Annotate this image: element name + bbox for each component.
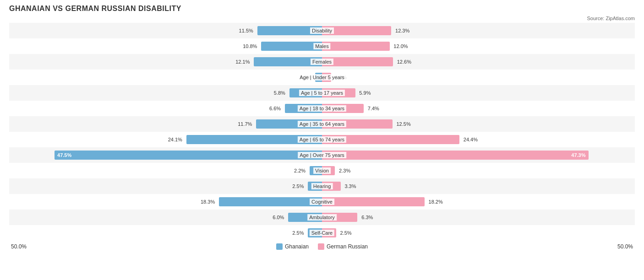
- legend-box-ghanaian: [276, 243, 283, 250]
- bar-right-value: 12.6%: [397, 59, 411, 65]
- footer-right-axis: 50.0%: [617, 243, 633, 250]
- chart-row: 11.7%12.5%Age | 35 to 64 years: [9, 116, 635, 132]
- bar-center-label: Self-Care: [310, 230, 334, 236]
- legend-label-ghanaian: Ghanaian: [285, 243, 309, 250]
- bar-center-label: Age | 65 to 74 years: [298, 136, 346, 143]
- legend-item-ghanaian: Ghanaian: [276, 243, 309, 250]
- bar-right: 47.3%: [322, 151, 589, 160]
- bar-right: [322, 42, 390, 51]
- bar-left-value: 10.8%: [243, 43, 257, 49]
- bar-center-label: Age | 35 to 64 years: [298, 121, 346, 127]
- bar-area: 6.0%6.3%Ambulatory: [9, 210, 635, 225]
- bar-area: 47.5%47.3%Age | Over 75 years: [9, 147, 635, 163]
- chart-row: 1.2%1.6%Age | Under 5 years: [9, 70, 635, 85]
- chart-row: 2.5%2.5%Self-Care: [9, 225, 635, 241]
- bar-center-label: Age | 18 to 34 years: [298, 105, 346, 112]
- bar-left-value: 2.5%: [292, 183, 304, 189]
- bar-left-value: 12.1%: [235, 59, 250, 65]
- chart-row: 18.3%18.2%Cognitive: [9, 194, 635, 210]
- bar-area: 10.8%12.0%Males: [9, 38, 635, 54]
- bar-area: 2.2%2.3%Vision: [9, 163, 635, 178]
- bar-right-value: 5.9%: [359, 90, 371, 96]
- bar-right-value: 6.3%: [361, 215, 373, 220]
- chart-row: 47.5%47.3%Age | Over 75 years: [9, 147, 635, 163]
- chart-row: 5.8%5.9%Age | 5 to 17 years: [9, 85, 635, 101]
- chart-row: 10.8%12.0%Males: [9, 38, 635, 54]
- bar-area: 24.1%24.4%Age | 65 to 74 years: [9, 132, 635, 147]
- bar-center-label: Age | Under 5 years: [298, 74, 346, 81]
- bar-left-value: 11.7%: [238, 121, 252, 127]
- legend-label-german-russian: German Russian: [327, 243, 368, 250]
- bar-left-value: 6.0%: [273, 215, 284, 220]
- bar-left-value: 18.3%: [201, 199, 215, 205]
- bar-right-value: 12.0%: [393, 43, 408, 49]
- bar-center-label: Hearing: [311, 183, 333, 189]
- footer-left-axis: 50.0%: [11, 243, 27, 250]
- bar-right-value: 2.3%: [339, 168, 350, 173]
- legend-box-german-russian: [318, 243, 324, 250]
- bar-right-value: 12.3%: [395, 28, 409, 33]
- bar-left-value: 24.1%: [168, 137, 182, 142]
- bar-center-label: Males: [313, 43, 330, 49]
- bar-left-value: 2.2%: [294, 168, 306, 173]
- bar-right-value: 24.4%: [464, 137, 478, 142]
- bar-area: 18.3%18.2%Cognitive: [9, 194, 635, 210]
- bar-left-value: 2.5%: [292, 230, 304, 236]
- bar-right-value: 12.5%: [397, 121, 411, 127]
- bar-center-label: Females: [311, 59, 333, 65]
- chart-container: 11.5%12.3%Disability10.8%12.0%Males12.1%…: [9, 23, 635, 241]
- bar-right-value: 47.3%: [571, 152, 585, 158]
- legend-item-german-russian: German Russian: [318, 243, 368, 250]
- bar-left: 47.5%: [55, 151, 322, 160]
- bar-right-value: 18.2%: [429, 199, 443, 205]
- bar-area: 11.7%12.5%Age | 35 to 64 years: [9, 116, 635, 132]
- bar-area: 6.6%7.4%Age | 18 to 34 years: [9, 101, 635, 116]
- bar-right: [322, 197, 425, 206]
- bar-center-label: Disability: [310, 27, 334, 34]
- bar-area: 1.2%1.6%Age | Under 5 years: [9, 70, 635, 85]
- bar-center-label: Cognitive: [310, 199, 334, 205]
- chart-title: GHANAIAN VS GERMAN RUSSIAN DISABILITY: [9, 5, 635, 13]
- bar-area: 12.1%12.6%Females: [9, 54, 635, 70]
- bar-left: [219, 197, 322, 206]
- chart-row: 2.5%3.3%Hearing: [9, 178, 635, 194]
- bar-left-value: 11.5%: [239, 28, 253, 33]
- legend: Ghanaian German Russian: [276, 243, 368, 250]
- chart-row: 24.1%24.4%Age | 65 to 74 years: [9, 132, 635, 147]
- bar-center-label: Age | 5 to 17 years: [299, 90, 345, 96]
- bar-area: 2.5%3.3%Hearing: [9, 178, 635, 194]
- bar-center-label: Age | Over 75 years: [298, 152, 346, 158]
- chart-row: 6.6%7.4%Age | 18 to 34 years: [9, 101, 635, 116]
- bar-center-label: Ambulatory: [307, 214, 337, 221]
- chart-row: 6.0%6.3%Ambulatory: [9, 210, 635, 225]
- bar-right-value: 7.4%: [368, 106, 379, 111]
- chart-row: 11.5%12.3%Disability: [9, 23, 635, 38]
- bar-center-label: Vision: [313, 167, 331, 174]
- source-label: Source: ZipAtlas.com: [9, 16, 635, 21]
- chart-footer: 50.0% Ghanaian German Russian 50.0%: [9, 243, 635, 250]
- bar-left-value: 5.8%: [274, 90, 285, 96]
- bar-area: 5.8%5.9%Age | 5 to 17 years: [9, 85, 635, 101]
- bar-left: [261, 42, 322, 51]
- bar-area: 2.5%2.5%Self-Care: [9, 225, 635, 241]
- bar-area: 11.5%12.3%Disability: [9, 23, 635, 38]
- bar-right-value: 2.5%: [340, 230, 352, 236]
- bar-left-value: 47.5%: [57, 152, 71, 158]
- chart-row: 2.2%2.3%Vision: [9, 163, 635, 178]
- bar-right-value: 3.3%: [344, 183, 356, 189]
- chart-row: 12.1%12.6%Females: [9, 54, 635, 70]
- bar-left-value: 6.6%: [269, 106, 281, 111]
